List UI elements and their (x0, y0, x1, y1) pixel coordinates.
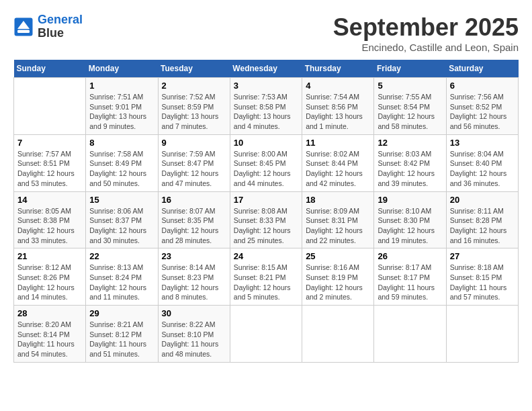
weekday-header: Thursday (302, 60, 374, 78)
calendar-cell: 14Sunrise: 8:05 AM Sunset: 8:38 PM Dayli… (14, 191, 86, 248)
day-info: Sunrise: 8:05 AM Sunset: 8:38 PM Dayligh… (17, 206, 82, 246)
day-info: Sunrise: 8:22 AM Sunset: 8:10 PM Dayligh… (162, 320, 226, 359)
calendar-cell: 13Sunrise: 8:04 AM Sunset: 8:40 PM Dayli… (446, 134, 518, 191)
calendar-cell: 21Sunrise: 8:12 AM Sunset: 8:26 PM Dayli… (14, 248, 86, 306)
day-number: 30 (162, 308, 226, 318)
calendar-cell: 16Sunrise: 8:07 AM Sunset: 8:35 PM Dayli… (158, 191, 230, 248)
weekday-header: Sunday (14, 60, 86, 78)
day-info: Sunrise: 8:12 AM Sunset: 8:26 PM Dayligh… (17, 263, 82, 302)
day-info: Sunrise: 7:59 AM Sunset: 8:47 PM Dayligh… (162, 149, 226, 189)
month-title: September 2025 (333, 13, 519, 42)
title-block: September 2025 Encinedo, Castille and Le… (333, 13, 519, 53)
calendar-week-row: 14Sunrise: 8:05 AM Sunset: 8:38 PM Dayli… (14, 191, 519, 248)
weekday-header: Wednesday (230, 60, 302, 78)
day-info: Sunrise: 8:09 AM Sunset: 8:31 PM Dayligh… (306, 206, 370, 246)
day-number: 24 (234, 251, 298, 261)
day-number: 29 (89, 308, 154, 318)
day-info: Sunrise: 8:10 AM Sunset: 8:30 PM Dayligh… (378, 206, 442, 246)
day-number: 8 (89, 138, 154, 148)
calendar-cell: 29Sunrise: 8:21 AM Sunset: 8:12 PM Dayli… (86, 306, 158, 363)
calendar-cell: 28Sunrise: 8:20 AM Sunset: 8:14 PM Dayli… (14, 306, 86, 363)
day-number: 23 (162, 251, 226, 261)
calendar-cell: 5Sunrise: 7:55 AM Sunset: 8:54 PM Daylig… (374, 78, 446, 135)
day-number: 11 (306, 138, 370, 148)
day-info: Sunrise: 8:02 AM Sunset: 8:44 PM Dayligh… (306, 149, 370, 189)
day-info: Sunrise: 7:51 AM Sunset: 9:01 PM Dayligh… (89, 92, 154, 132)
day-number: 3 (234, 81, 298, 91)
day-info: Sunrise: 8:00 AM Sunset: 8:45 PM Dayligh… (234, 149, 298, 189)
day-info: Sunrise: 8:13 AM Sunset: 8:24 PM Dayligh… (89, 263, 154, 302)
day-number: 14 (17, 195, 82, 205)
calendar-cell: 24Sunrise: 8:15 AM Sunset: 8:21 PM Dayli… (230, 248, 302, 306)
calendar-cell: 8Sunrise: 7:58 AM Sunset: 8:49 PM Daylig… (86, 134, 158, 191)
day-number: 26 (378, 251, 442, 261)
page-header: General Blue September 2025 Encinedo, Ca… (13, 13, 519, 53)
calendar-cell: 12Sunrise: 8:03 AM Sunset: 8:42 PM Dayli… (374, 134, 446, 191)
day-number: 17 (234, 195, 298, 205)
day-info: Sunrise: 8:07 AM Sunset: 8:35 PM Dayligh… (162, 206, 226, 246)
day-info: Sunrise: 8:14 AM Sunset: 8:23 PM Dayligh… (162, 263, 226, 302)
calendar-week-row: 21Sunrise: 8:12 AM Sunset: 8:26 PM Dayli… (14, 248, 519, 306)
calendar-cell: 4Sunrise: 7:54 AM Sunset: 8:56 PM Daylig… (302, 78, 374, 135)
day-number: 1 (89, 81, 154, 91)
day-number: 2 (162, 81, 226, 91)
day-info: Sunrise: 8:11 AM Sunset: 8:28 PM Dayligh… (450, 206, 515, 246)
day-number: 18 (306, 195, 370, 205)
logo: General Blue (13, 13, 83, 40)
calendar-cell: 11Sunrise: 8:02 AM Sunset: 8:44 PM Dayli… (302, 134, 374, 191)
day-info: Sunrise: 8:04 AM Sunset: 8:40 PM Dayligh… (450, 149, 515, 189)
calendar-cell: 26Sunrise: 8:17 AM Sunset: 8:17 PM Dayli… (374, 248, 446, 306)
calendar-cell (302, 306, 374, 363)
calendar-cell: 2Sunrise: 7:52 AM Sunset: 8:59 PM Daylig… (158, 78, 230, 135)
svg-rect-2 (17, 30, 30, 33)
calendar-cell (446, 306, 518, 363)
logo-line2: Blue (38, 27, 83, 40)
calendar-cell: 1Sunrise: 7:51 AM Sunset: 9:01 PM Daylig… (86, 78, 158, 135)
calendar-cell: 30Sunrise: 8:22 AM Sunset: 8:10 PM Dayli… (158, 306, 230, 363)
day-number: 19 (378, 195, 442, 205)
day-number: 4 (306, 81, 370, 91)
calendar-cell: 3Sunrise: 7:53 AM Sunset: 8:58 PM Daylig… (230, 78, 302, 135)
day-number: 25 (306, 251, 370, 261)
day-number: 27 (450, 251, 515, 261)
weekday-header: Monday (86, 60, 158, 78)
day-number: 15 (89, 195, 154, 205)
calendar-cell: 27Sunrise: 8:18 AM Sunset: 8:15 PM Dayli… (446, 248, 518, 306)
logo-text: General Blue (38, 13, 83, 40)
day-number: 28 (17, 308, 82, 318)
day-number: 10 (234, 138, 298, 148)
calendar-cell: 15Sunrise: 8:06 AM Sunset: 8:37 PM Dayli… (86, 191, 158, 248)
weekday-header: Saturday (446, 60, 518, 78)
day-info: Sunrise: 7:53 AM Sunset: 8:58 PM Dayligh… (234, 92, 298, 132)
calendar-week-row: 7Sunrise: 7:57 AM Sunset: 8:51 PM Daylig… (14, 134, 519, 191)
day-info: Sunrise: 7:54 AM Sunset: 8:56 PM Dayligh… (306, 92, 370, 132)
calendar-cell: 17Sunrise: 8:08 AM Sunset: 8:33 PM Dayli… (230, 191, 302, 248)
day-info: Sunrise: 8:17 AM Sunset: 8:17 PM Dayligh… (378, 263, 442, 302)
calendar-header: SundayMondayTuesdayWednesdayThursdayFrid… (14, 60, 519, 78)
day-info: Sunrise: 8:03 AM Sunset: 8:42 PM Dayligh… (378, 149, 442, 189)
day-info: Sunrise: 8:16 AM Sunset: 8:19 PM Dayligh… (306, 263, 370, 302)
day-number: 21 (17, 251, 82, 261)
day-number: 12 (378, 138, 442, 148)
weekday-header: Friday (374, 60, 446, 78)
day-number: 13 (450, 138, 515, 148)
day-info: Sunrise: 7:52 AM Sunset: 8:59 PM Dayligh… (162, 92, 226, 132)
day-number: 7 (17, 138, 82, 148)
calendar-cell (14, 78, 86, 135)
day-number: 6 (450, 81, 515, 91)
day-info: Sunrise: 8:08 AM Sunset: 8:33 PM Dayligh… (234, 206, 298, 246)
calendar-cell: 6Sunrise: 7:56 AM Sunset: 8:52 PM Daylig… (446, 78, 518, 135)
day-info: Sunrise: 8:20 AM Sunset: 8:14 PM Dayligh… (17, 320, 82, 359)
day-info: Sunrise: 8:21 AM Sunset: 8:12 PM Dayligh… (89, 320, 154, 359)
weekday-row: SundayMondayTuesdayWednesdayThursdayFrid… (14, 60, 519, 78)
calendar-cell (374, 306, 446, 363)
calendar-cell: 25Sunrise: 8:16 AM Sunset: 8:19 PM Dayli… (302, 248, 374, 306)
day-info: Sunrise: 7:56 AM Sunset: 8:52 PM Dayligh… (450, 92, 515, 132)
day-info: Sunrise: 7:57 AM Sunset: 8:51 PM Dayligh… (17, 149, 82, 189)
calendar-week-row: 28Sunrise: 8:20 AM Sunset: 8:14 PM Dayli… (14, 306, 519, 363)
calendar-cell: 19Sunrise: 8:10 AM Sunset: 8:30 PM Dayli… (374, 191, 446, 248)
calendar-cell: 23Sunrise: 8:14 AM Sunset: 8:23 PM Dayli… (158, 248, 230, 306)
calendar-cell: 10Sunrise: 8:00 AM Sunset: 8:45 PM Dayli… (230, 134, 302, 191)
logo-icon (13, 17, 34, 37)
day-info: Sunrise: 7:58 AM Sunset: 8:49 PM Dayligh… (89, 149, 154, 189)
